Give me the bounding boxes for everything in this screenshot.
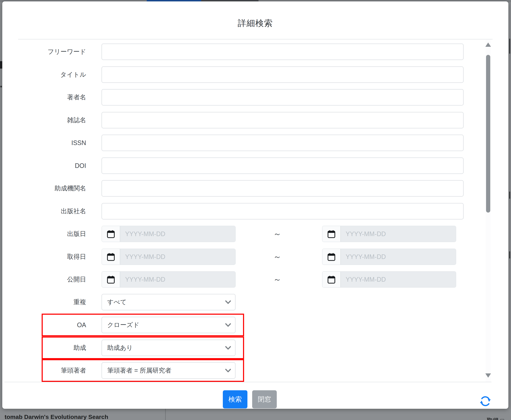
form-row-issn: ISSN [2,135,494,151]
field-label: 公開日 [25,271,86,288]
field-label: 出版日 [25,226,86,242]
underlay-fragment [509,251,510,258]
date-from-group [102,249,236,265]
close-button[interactable]: 閉窓 [252,390,277,408]
form-row-publication-date: 出版日 ～ [2,226,494,242]
field-label: 出版社名 [25,203,86,219]
field-label: 著者名 [25,89,86,105]
date-from-input[interactable] [120,249,235,265]
calendar-icon[interactable] [102,249,120,265]
field-label: DOI [25,158,86,174]
form-row-oa: OA クローズド [2,317,494,333]
field-label: タイトル [25,67,86,83]
chevron-down-icon [221,367,235,374]
range-separator: ～ [266,249,289,265]
form-row-public-date: 公開日 ～ [2,271,494,288]
underlay-fragment [509,192,510,199]
search-button[interactable]: 検索 [223,390,247,408]
date-to-input[interactable] [340,226,456,242]
underlay-page-text: 取得 □ [487,417,504,420]
funder-input[interactable] [102,180,464,196]
form-row-doi: DOI [2,158,494,174]
date-to-input[interactable] [340,249,456,265]
duplicate-select[interactable]: すべて [102,294,236,310]
field-label: OA [25,317,86,333]
underlay-page-text: tomab Darwin's Evolutionary Search [5,413,108,420]
refresh-icon[interactable] [478,394,492,408]
field-label: フリーワード [25,44,86,60]
form-row-first-author: 筆頭著者 筆頭著者 = 所属研究者 [2,362,494,379]
doi-input[interactable] [102,158,464,174]
scroll-up-arrow-icon[interactable] [485,43,491,47]
freeword-input[interactable] [102,44,464,60]
form-row-acquired-date: 取得日 ～ [2,249,494,265]
form-row-publisher: 出版社名 [2,203,494,219]
date-to-group [322,226,456,242]
field-label: 取得日 [25,249,86,265]
underlay-fragment [0,86,2,87]
footer-divider [4,382,491,382]
date-from-group [102,271,236,288]
scrollbar-thumb[interactable] [486,55,490,213]
underlay-divider [165,409,166,420]
title-input[interactable] [102,67,464,83]
underlay-bottom-strip: tomab Darwin's Evolutionary Search 取得 □ [0,409,511,420]
calendar-icon[interactable] [322,272,340,287]
date-from-group [102,226,236,242]
publisher-input[interactable] [102,203,464,219]
chevron-down-icon [221,299,235,306]
range-separator: ～ [266,226,289,242]
form-row-freeword: フリーワード [2,44,494,60]
calendar-icon[interactable] [102,272,120,287]
calendar-icon[interactable] [102,226,120,242]
range-separator: ～ [266,271,289,288]
date-to-group [322,271,456,288]
first-author-select[interactable]: 筆頭著者 = 所属研究者 [102,362,236,379]
date-from-input[interactable] [120,272,235,287]
scrollbar[interactable] [486,40,491,382]
form-row-funder: 助成機関名 [2,180,494,196]
form-row-grant: 助成 助成あり [2,340,494,356]
field-label: 重複 [25,294,86,310]
chevron-down-icon [221,345,235,351]
scroll-down-arrow-icon[interactable] [485,373,491,378]
date-to-input[interactable] [340,272,456,287]
calendar-icon[interactable] [322,226,340,242]
dialog-title: 詳細検索 [2,18,508,29]
form-row-duplicate: 重複 すべて [2,294,494,310]
issn-input[interactable] [102,135,464,151]
field-label: 雑誌名 [25,112,86,128]
underlay-fragment [509,39,510,54]
header-divider [18,39,493,39]
date-to-group [322,249,456,265]
oa-select[interactable]: クローズド [102,317,236,333]
date-from-input[interactable] [120,226,235,242]
form-row-title: タイトル [2,67,494,83]
form-row-author: 著者名 [2,89,494,105]
calendar-icon[interactable] [322,249,340,265]
chevron-down-icon [221,322,235,328]
field-label: ISSN [25,135,86,151]
field-label: 助成機関名 [25,180,86,196]
advanced-search-dialog: 詳細検索 フリーワード タイトル 著者名 雑誌名 ISSN DOI 助成機関名 … [2,1,508,409]
author-input[interactable] [102,89,464,105]
field-label: 筆頭著者 [25,362,86,379]
field-label: 助成 [25,340,86,356]
grant-select[interactable]: 助成あり [102,340,236,356]
form-row-journal: 雑誌名 [2,112,494,128]
journal-input[interactable] [102,112,464,128]
